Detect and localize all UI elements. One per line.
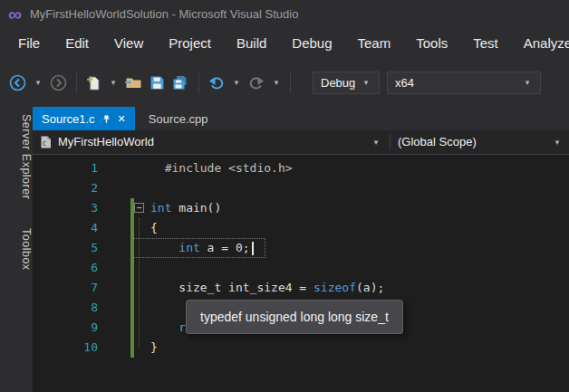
pin-icon[interactable]	[101, 114, 111, 124]
code-text: #include <stdio.h>	[150, 158, 569, 178]
gutter	[101, 198, 132, 218]
chevron-down-icon: ▾	[371, 138, 381, 147]
close-icon[interactable]: ✕	[118, 114, 126, 124]
platform-value: x64	[395, 76, 522, 90]
code-line[interactable]: 6	[33, 258, 569, 278]
new-file-dropdown-icon[interactable]: ▾	[109, 78, 118, 87]
chevron-down-icon: ▾	[522, 78, 533, 87]
line-number: 5	[33, 238, 101, 258]
outline-margin	[132, 178, 150, 198]
outline-margin	[132, 258, 150, 278]
code-text: int main()	[150, 198, 569, 218]
scope-name: (Global Scope)	[398, 135, 477, 148]
document-tab-strip: Source1.c ✕ Source.cpp	[33, 107, 569, 130]
undo-dropdown-icon[interactable]: ▾	[232, 78, 241, 87]
line-number: 4	[33, 218, 101, 238]
svg-text:C: C	[43, 140, 46, 148]
code-text: {	[150, 218, 569, 238]
line-number: 1	[33, 158, 101, 178]
menu-item-build[interactable]: Build	[224, 31, 279, 55]
collapse-toggle-icon[interactable]: −	[134, 203, 144, 213]
window-title: MyFirstHelloWorldSolution - Microsoft Vi…	[30, 7, 298, 21]
toolbar-separator	[290, 72, 291, 93]
tab-label: Source1.c	[42, 112, 95, 126]
outline-margin	[132, 318, 150, 338]
line-number: 10	[33, 338, 101, 358]
code-line[interactable]: 10 }	[33, 338, 569, 358]
menu-item-debug[interactable]: Debug	[279, 31, 344, 55]
undo-icon[interactable]	[208, 72, 225, 92]
platform-dropdown[interactable]: x64 ▾	[387, 72, 541, 94]
outline-margin	[132, 278, 150, 298]
line-number: 3	[33, 198, 101, 218]
gutter	[101, 238, 132, 258]
new-file-icon[interactable]	[86, 72, 101, 92]
code-text	[150, 258, 569, 278]
gutter	[101, 258, 132, 278]
scope-dropdown[interactable]: (Global Scope) ▾	[391, 130, 569, 153]
save-icon[interactable]	[149, 72, 165, 92]
navigate-back-dropdown-icon[interactable]: ▾	[34, 78, 43, 87]
code-line[interactable]: 2	[33, 178, 569, 198]
tab-label: Source.cpp	[149, 112, 208, 126]
menubar: FileEditViewProjectBuildDebugTeamToolsTe…	[0, 27, 569, 58]
gutter	[101, 158, 132, 178]
quick-info-tooltip: typedef unsigned long long size_t	[186, 300, 403, 334]
code-line[interactable]: 5 int a = 0;	[33, 238, 569, 258]
visual-studio-logo-icon: ∞	[8, 5, 22, 24]
line-number: 8	[33, 298, 101, 318]
source-file-icon: C	[40, 136, 52, 148]
menu-item-analyze[interactable]: Analyze	[511, 31, 569, 55]
project-dropdown[interactable]: C MyFirstHelloWorld ▾	[33, 130, 390, 153]
side-tab-server-explorer[interactable]: Server Explorer	[0, 114, 33, 199]
menu-item-tools[interactable]: Tools	[403, 31, 460, 55]
outline-margin: −	[132, 198, 150, 218]
redo-dropdown-icon[interactable]: ▾	[272, 78, 281, 87]
redo-icon[interactable]	[248, 72, 265, 92]
menu-item-edit[interactable]: Edit	[53, 31, 101, 55]
code-line[interactable]: 7 size_t int_size4 = sizeof(a);	[33, 278, 569, 298]
outline-margin	[132, 238, 150, 258]
outline-margin	[132, 158, 150, 178]
document-tab-source.cpp[interactable]: Source.cpp	[140, 107, 217, 130]
code-line[interactable]: 1 #include <stdio.h>	[33, 158, 569, 178]
chevron-down-icon: ▾	[553, 138, 562, 147]
project-name: MyFirstHelloWorld	[58, 135, 154, 148]
menu-item-file[interactable]: File	[5, 31, 53, 55]
gutter	[101, 318, 132, 338]
navigation-bar: C MyFirstHelloWorld ▾ (Global Scope) ▾	[33, 130, 569, 155]
menu-item-test[interactable]: Test	[460, 31, 511, 55]
side-tool-window-strip: Server ExplorerToolbox	[0, 107, 33, 392]
code-text: }	[150, 338, 569, 358]
chevron-down-icon: ▾	[361, 78, 371, 87]
menu-item-view[interactable]: View	[101, 31, 156, 55]
menu-item-project[interactable]: Project	[156, 31, 224, 55]
navigate-forward-icon[interactable]	[50, 72, 67, 92]
code-line[interactable]: 3 − int main()	[33, 198, 569, 218]
code-editor[interactable]: 1 #include <stdio.h> 2 3 − int main() 4 …	[33, 155, 569, 392]
line-number: 2	[33, 178, 101, 198]
save-all-icon[interactable]	[172, 72, 189, 92]
outline-margin	[132, 298, 150, 318]
menu-item-team[interactable]: Team	[345, 31, 404, 55]
outline-margin	[132, 338, 150, 358]
navigate-back-icon[interactable]	[9, 72, 26, 92]
gutter	[101, 298, 132, 318]
line-number: 9	[33, 318, 101, 338]
title-bar: ∞ MyFirstHelloWorldSolution - Microsoft …	[0, 0, 569, 27]
document-tab-source1.c[interactable]: Source1.c ✕	[33, 107, 135, 130]
toolbar-separator	[76, 72, 77, 93]
code-text: size_t int_size4 = sizeof(a);	[150, 278, 569, 298]
gutter	[101, 218, 132, 238]
gutter	[101, 178, 132, 198]
side-tab-toolbox[interactable]: Toolbox	[0, 228, 33, 271]
line-number: 6	[33, 258, 101, 278]
code-line[interactable]: 4 {	[33, 218, 569, 238]
gutter	[101, 278, 132, 298]
text-caret	[252, 242, 254, 255]
configuration-value: Debug	[321, 76, 361, 90]
configuration-dropdown[interactable]: Debug ▾	[313, 72, 380, 94]
toolbar: ▾ ▾ ▾ ▾ Debug ▾ x64 ▾	[0, 58, 569, 107]
line-number: 7	[33, 278, 101, 298]
open-file-icon[interactable]	[125, 72, 142, 92]
